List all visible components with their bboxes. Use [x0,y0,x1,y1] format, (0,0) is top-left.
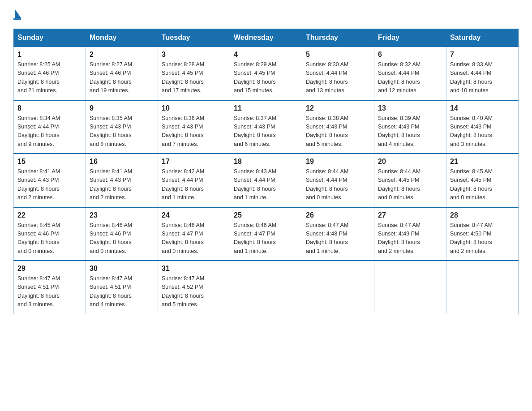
day-number: 25 [234,211,298,219]
day-info: Sunrise: 8:47 AMSunset: 4:51 PMDaylight:… [17,274,82,309]
calendar-cell: 12Sunrise: 8:38 AMSunset: 4:43 PMDayligh… [302,100,374,154]
calendar-table: SundayMondayTuesdayWednesdayThursdayFrid… [13,29,519,314]
day-info: Sunrise: 8:38 AMSunset: 4:43 PMDaylight:… [306,114,370,149]
day-number: 4 [234,51,298,59]
day-info: Sunrise: 8:33 AMSunset: 4:44 PMDaylight:… [450,60,515,95]
calendar-week-4: 22Sunrise: 8:45 AMSunset: 4:46 PMDayligh… [14,207,519,261]
day-info: Sunrise: 8:45 AMSunset: 4:46 PMDaylight:… [17,221,82,256]
day-info: Sunrise: 8:40 AMSunset: 4:43 PMDaylight:… [450,114,515,149]
day-info: Sunrise: 8:41 AMSunset: 4:43 PMDaylight:… [90,167,154,202]
logo [13,9,21,20]
day-number: 6 [378,51,442,59]
day-info: Sunrise: 8:47 AMSunset: 4:51 PMDaylight:… [90,274,154,309]
calendar-cell: 13Sunrise: 8:39 AMSunset: 4:43 PMDayligh… [374,100,446,154]
day-info: Sunrise: 8:47 AMSunset: 4:48 PMDaylight:… [306,221,370,256]
calendar-cell: 11Sunrise: 8:37 AMSunset: 4:43 PMDayligh… [230,100,302,154]
calendar-cell: 9Sunrise: 8:35 AMSunset: 4:43 PMDaylight… [86,100,158,154]
calendar-cell: 19Sunrise: 8:44 AMSunset: 4:44 PMDayligh… [302,154,374,207]
day-number: 24 [162,211,226,219]
day-number: 10 [162,104,226,112]
calendar-cell [374,261,446,314]
day-number: 31 [162,265,226,273]
calendar-header-sunday: Sunday [14,29,86,47]
day-info: Sunrise: 8:30 AMSunset: 4:44 PMDaylight:… [306,60,370,95]
calendar-cell: 5Sunrise: 8:30 AMSunset: 4:44 PMDaylight… [302,47,374,100]
day-info: Sunrise: 8:46 AMSunset: 4:47 PMDaylight:… [162,221,226,256]
calendar-cell [230,261,302,314]
day-info: Sunrise: 8:46 AMSunset: 4:46 PMDaylight:… [90,221,154,256]
day-number: 2 [90,51,154,59]
day-info: Sunrise: 8:44 AMSunset: 4:44 PMDaylight:… [306,167,370,202]
calendar-cell: 1Sunrise: 8:25 AMSunset: 4:46 PMDaylight… [14,47,86,100]
calendar-cell [302,261,374,314]
calendar-cell: 16Sunrise: 8:41 AMSunset: 4:43 PMDayligh… [86,154,158,207]
day-number: 11 [234,104,298,112]
calendar-week-3: 15Sunrise: 8:41 AMSunset: 4:43 PMDayligh… [14,154,519,207]
day-info: Sunrise: 8:43 AMSunset: 4:44 PMDaylight:… [234,167,298,202]
day-info: Sunrise: 8:32 AMSunset: 4:44 PMDaylight:… [378,60,442,95]
day-number: 3 [162,51,226,59]
day-number: 16 [90,158,154,166]
calendar-cell: 15Sunrise: 8:41 AMSunset: 4:43 PMDayligh… [14,154,86,207]
day-number: 18 [234,158,298,166]
calendar-cell: 17Sunrise: 8:42 AMSunset: 4:44 PMDayligh… [158,154,230,207]
day-number: 28 [450,211,515,219]
calendar-cell: 28Sunrise: 8:47 AMSunset: 4:50 PMDayligh… [446,207,519,261]
calendar-header-friday: Friday [374,29,446,47]
day-info: Sunrise: 8:36 AMSunset: 4:43 PMDaylight:… [162,114,226,149]
day-number: 1 [17,51,82,59]
calendar-cell: 21Sunrise: 8:45 AMSunset: 4:45 PMDayligh… [446,154,519,207]
calendar-cell: 3Sunrise: 8:28 AMSunset: 4:45 PMDaylight… [158,47,230,100]
day-info: Sunrise: 8:25 AMSunset: 4:46 PMDaylight:… [17,60,82,95]
calendar-header-monday: Monday [86,29,158,47]
day-number: 17 [162,158,226,166]
calendar-cell: 29Sunrise: 8:47 AMSunset: 4:51 PMDayligh… [14,261,86,314]
day-info: Sunrise: 8:47 AMSunset: 4:50 PMDaylight:… [450,221,515,256]
calendar-week-2: 8Sunrise: 8:34 AMSunset: 4:44 PMDaylight… [14,100,519,154]
calendar-cell: 25Sunrise: 8:46 AMSunset: 4:47 PMDayligh… [230,207,302,261]
calendar-header-row: SundayMondayTuesdayWednesdayThursdayFrid… [14,29,519,47]
day-number: 15 [17,158,82,166]
calendar-cell: 2Sunrise: 8:27 AMSunset: 4:46 PMDaylight… [86,47,158,100]
day-number: 7 [450,51,515,59]
day-info: Sunrise: 8:39 AMSunset: 4:43 PMDaylight:… [378,114,442,149]
day-number: 21 [450,158,515,166]
calendar-cell: 8Sunrise: 8:34 AMSunset: 4:44 PMDaylight… [14,100,86,154]
calendar-week-1: 1Sunrise: 8:25 AMSunset: 4:46 PMDaylight… [14,47,519,100]
calendar-cell: 20Sunrise: 8:44 AMSunset: 4:45 PMDayligh… [374,154,446,207]
calendar-cell: 30Sunrise: 8:47 AMSunset: 4:51 PMDayligh… [86,261,158,314]
day-number: 26 [306,211,370,219]
logo-flag-icon [15,9,21,18]
day-info: Sunrise: 8:45 AMSunset: 4:45 PMDaylight:… [450,167,515,202]
calendar-cell: 26Sunrise: 8:47 AMSunset: 4:48 PMDayligh… [302,207,374,261]
calendar-week-5: 29Sunrise: 8:47 AMSunset: 4:51 PMDayligh… [14,261,519,314]
day-info: Sunrise: 8:34 AMSunset: 4:44 PMDaylight:… [17,114,82,149]
day-number: 9 [90,104,154,112]
day-info: Sunrise: 8:42 AMSunset: 4:44 PMDaylight:… [162,167,226,202]
day-info: Sunrise: 8:28 AMSunset: 4:45 PMDaylight:… [162,60,226,95]
day-info: Sunrise: 8:47 AMSunset: 4:52 PMDaylight:… [162,274,226,309]
calendar-header-thursday: Thursday [302,29,374,47]
day-info: Sunrise: 8:46 AMSunset: 4:47 PMDaylight:… [234,221,298,256]
calendar-cell: 14Sunrise: 8:40 AMSunset: 4:43 PMDayligh… [446,100,519,154]
calendar-cell: 31Sunrise: 8:47 AMSunset: 4:52 PMDayligh… [158,261,230,314]
calendar-cell [446,261,519,314]
day-info: Sunrise: 8:37 AMSunset: 4:43 PMDaylight:… [234,114,298,149]
calendar-cell: 23Sunrise: 8:46 AMSunset: 4:46 PMDayligh… [86,207,158,261]
day-info: Sunrise: 8:41 AMSunset: 4:43 PMDaylight:… [17,167,82,202]
logo-underline [13,18,21,20]
day-info: Sunrise: 8:29 AMSunset: 4:45 PMDaylight:… [234,60,298,95]
day-number: 20 [378,158,442,166]
calendar-header-wednesday: Wednesday [230,29,302,47]
day-info: Sunrise: 8:35 AMSunset: 4:43 PMDaylight:… [90,114,154,149]
day-number: 30 [90,265,154,273]
calendar-cell: 22Sunrise: 8:45 AMSunset: 4:46 PMDayligh… [14,207,86,261]
day-number: 19 [306,158,370,166]
page-header [13,9,519,20]
day-number: 13 [378,104,442,112]
calendar-cell: 24Sunrise: 8:46 AMSunset: 4:47 PMDayligh… [158,207,230,261]
day-number: 22 [17,211,82,219]
calendar-header-tuesday: Tuesday [158,29,230,47]
day-info: Sunrise: 8:27 AMSunset: 4:46 PMDaylight:… [90,60,154,95]
calendar-cell: 27Sunrise: 8:47 AMSunset: 4:49 PMDayligh… [374,207,446,261]
